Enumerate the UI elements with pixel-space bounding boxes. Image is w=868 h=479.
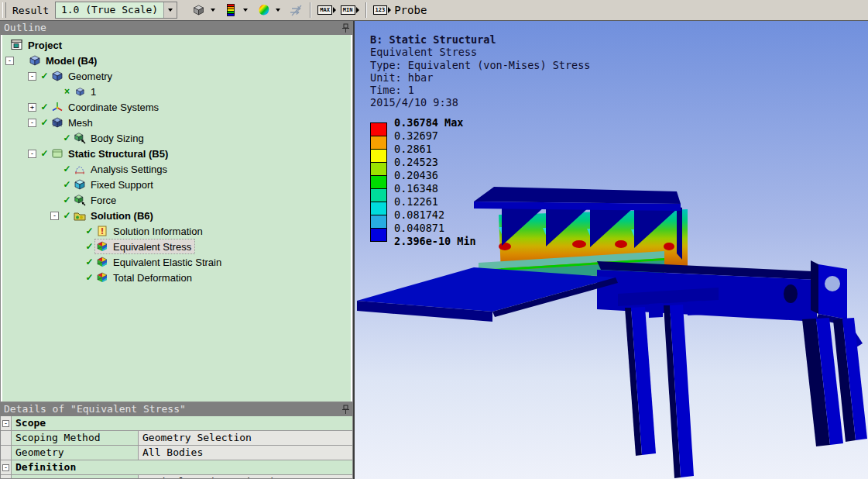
legend-labels: 0.36784 Max0.326970.28610.245230.204360.… bbox=[394, 122, 526, 241]
tree-item-equivalent-elastic-strain[interactable]: -✓Equivalent Elastic Strain bbox=[1, 254, 352, 270]
legend-value-label: 0.12261 bbox=[394, 196, 438, 208]
tree-item-1[interactable]: -×1 bbox=[1, 84, 352, 99]
check-icon: ✓ bbox=[84, 226, 94, 236]
probe-button[interactable]: 123 Probe bbox=[372, 2, 429, 19]
tree-item-fixed-support[interactable]: -✓Fixed Support bbox=[1, 177, 352, 192]
check-icon: ✓ bbox=[84, 257, 94, 267]
tree-item-body-sizing[interactable]: -✓Body Sizing bbox=[1, 130, 352, 146]
collapse-minus-icon[interactable]: - bbox=[2, 464, 9, 471]
tree-item-solution-information[interactable]: -✓!Solution Information bbox=[1, 223, 352, 239]
check-icon: ✓ bbox=[39, 71, 50, 81]
tree-item-label: Equivalent Stress bbox=[112, 241, 192, 253]
collapse-minus-icon[interactable]: - bbox=[50, 212, 59, 220]
vector-display-button[interactable] bbox=[286, 2, 305, 19]
smooth-contours-dropdown[interactable] bbox=[273, 2, 283, 19]
check-icon: ✓ bbox=[62, 164, 72, 174]
details-value-type[interactable]: Equivalent (von-Mises) Stress bbox=[139, 475, 352, 479]
details-value-geometry[interactable]: All Bodies bbox=[139, 446, 352, 460]
details-row-scoping-method: Scoping MethodGeometry Selection bbox=[1, 431, 352, 446]
legend-color-cell bbox=[371, 215, 386, 229]
scale-dropdown-button[interactable] bbox=[163, 2, 177, 18]
details-row-definition: -Definition bbox=[1, 460, 352, 475]
legend-value-label: 0.20436 bbox=[394, 170, 438, 181]
pin-icon[interactable] bbox=[341, 22, 350, 33]
details-gutter bbox=[1, 446, 12, 460]
geometry-display-dropdown[interactable] bbox=[208, 2, 218, 19]
tree-item-geometry[interactable]: -✓Geometry bbox=[1, 68, 352, 84]
tree-item-solution-b6[interactable]: -✓Solution (B6) bbox=[1, 208, 352, 223]
outline-title-text: Outline bbox=[4, 22, 46, 33]
result-info-line: Type: Equivalent (von-Mises) Stress bbox=[370, 59, 590, 71]
collapse-minus-icon[interactable]: - bbox=[28, 150, 36, 158]
legend-value-label: 0.2861 bbox=[394, 143, 432, 155]
tree-item-static-structural-b5[interactable]: -✓Static Structural (B5) bbox=[1, 146, 352, 161]
check-icon: ✓ bbox=[62, 133, 72, 143]
details-row-type: TypeEquivalent (von-Mises) Stress bbox=[1, 475, 352, 479]
result-info-line: Time: 1 bbox=[370, 84, 590, 96]
legend-value-label: 0.081742 bbox=[394, 209, 444, 221]
legend-value-label: 0.16348 bbox=[394, 183, 438, 195]
tree-item-label: Body Sizing bbox=[90, 133, 145, 144]
details-field-label: Type bbox=[12, 475, 139, 479]
tree-item-mesh[interactable]: -✓Mesh bbox=[1, 115, 352, 130]
tree-item-equivalent-stress[interactable]: -✓Equivalent Stress bbox=[1, 239, 352, 254]
collapse-minus-icon[interactable]: - bbox=[28, 119, 36, 127]
check-icon: ✓ bbox=[39, 117, 50, 128]
analysis-title: B: Static Structural bbox=[370, 33, 590, 46]
check-icon: ✓ bbox=[62, 195, 72, 205]
details-table: -ScopeScoping MethodGeometry SelectionGe… bbox=[0, 416, 353, 479]
tree-item-label: Geometry bbox=[67, 71, 113, 82]
max-annotation-icon: MAX bbox=[317, 5, 332, 15]
force-icon bbox=[74, 194, 87, 206]
details-value-scoping-method[interactable]: Geometry Selection bbox=[139, 431, 352, 445]
legend-color-cell bbox=[371, 163, 386, 176]
legend-color-cell bbox=[371, 123, 386, 136]
smooth-contours-button[interactable] bbox=[254, 2, 273, 19]
tree-item-label: Static Structural (B5) bbox=[67, 148, 169, 160]
expand-plus-icon[interactable]: + bbox=[28, 103, 36, 112]
pin-icon[interactable] bbox=[341, 404, 350, 415]
scale-combobox[interactable]: 1.0 (True Scale) bbox=[55, 2, 177, 19]
tree-item-label: Force bbox=[90, 195, 117, 206]
result-toolbar: Result 1.0 (True Scale) MAX MIN 123 Prob… bbox=[0, 0, 868, 21]
legend-color-bar bbox=[370, 122, 387, 242]
tree-item-force[interactable]: -✓Force bbox=[1, 192, 352, 208]
tree-item-project[interactable]: Project bbox=[1, 37, 352, 53]
tree-item-model-b4[interactable]: -Model (B4) bbox=[1, 53, 352, 68]
end-plate bbox=[818, 264, 847, 319]
scale-value: 1.0 (True Scale) bbox=[56, 2, 163, 18]
contours-button[interactable] bbox=[221, 2, 240, 19]
details-gutter: - bbox=[1, 460, 12, 474]
collapse-minus-icon[interactable]: - bbox=[5, 57, 14, 65]
toolbar-grip[interactable] bbox=[2, 2, 6, 18]
solution-information-icon: ! bbox=[96, 225, 109, 237]
details-row-geometry: GeometryAll Bodies bbox=[1, 446, 352, 460]
check-icon: ✓ bbox=[84, 241, 94, 252]
tree-item-analysis-settings[interactable]: -✓Analysis Settings bbox=[1, 161, 352, 177]
tree-item-total-deformation[interactable]: -✓Total Deformation bbox=[1, 270, 352, 285]
geometry-display-button[interactable] bbox=[189, 2, 208, 19]
tree-item-label: Fixed Support bbox=[90, 179, 154, 191]
probe-icon: 123 bbox=[373, 5, 388, 15]
details-field-label: Geometry bbox=[12, 446, 139, 460]
details-field-label: Scoping Method bbox=[12, 431, 139, 445]
max-annotation-button[interactable]: MAX bbox=[316, 2, 338, 19]
coordinate-systems-icon bbox=[51, 101, 64, 113]
toolbar-separator bbox=[365, 2, 367, 18]
min-annotation-button[interactable]: MIN bbox=[339, 2, 361, 19]
tree-item-coordinate-systems[interactable]: +✓Coordinate Systems bbox=[1, 99, 352, 115]
graphics-viewport[interactable]: B: Static Structural Equivalent StressTy… bbox=[355, 21, 868, 479]
check-icon: ✓ bbox=[62, 210, 72, 221]
chevron-down-icon bbox=[168, 9, 173, 12]
contours-dropdown[interactable] bbox=[241, 2, 250, 19]
details-row-scope: -Scope bbox=[1, 416, 352, 431]
check-icon: ✓ bbox=[84, 272, 94, 283]
geometry-icon bbox=[51, 70, 64, 82]
details-category-label: Definition bbox=[12, 460, 352, 474]
collapse-minus-icon[interactable]: - bbox=[28, 72, 36, 81]
legend-value-label: 2.396e-10 Min bbox=[394, 236, 476, 247]
details-gutter bbox=[1, 475, 12, 479]
chevron-down-icon bbox=[243, 9, 248, 12]
collapse-minus-icon[interactable]: - bbox=[2, 420, 9, 427]
result-info-line: 2015/4/10 9:38 bbox=[370, 96, 590, 109]
